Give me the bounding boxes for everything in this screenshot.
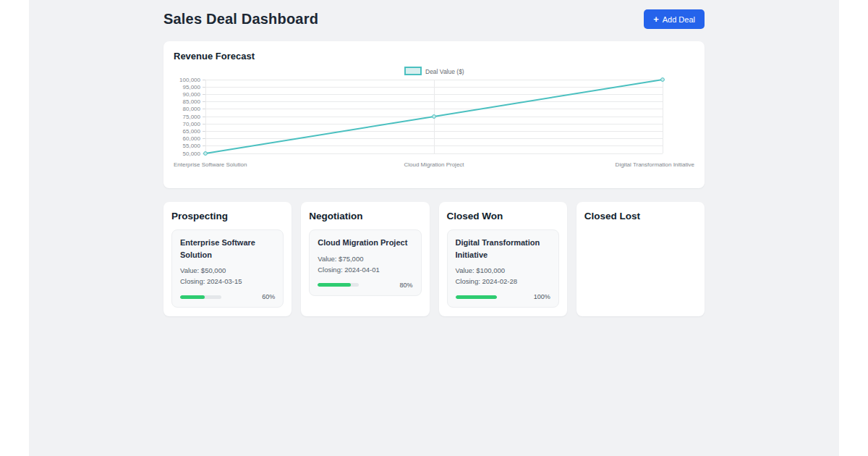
column-title: Closed Lost — [584, 211, 697, 221]
column-title: Closed Won — [447, 211, 559, 221]
deal-value: Value: $100,000 — [456, 265, 550, 276]
chart-y-axis-labels: 100,00095,00090,00085,00080,00075,00070,… — [179, 77, 200, 157]
progress-percent-label: 80% — [399, 282, 412, 289]
chart-x-axis-labels: Enterprise Software SolutionCloud Migrat… — [174, 161, 694, 168]
add-deal-label: Add Deal — [663, 15, 695, 24]
svg-text:60,000: 60,000 — [183, 135, 201, 142]
kanban-column-closed-lost: Closed Lost — [576, 202, 705, 316]
chart-legend: Deal Value ($) — [405, 67, 464, 75]
page-header: Sales Deal Dashboard + Add Deal — [163, 9, 705, 29]
progress-fill — [456, 295, 497, 299]
progress-percent-label: 100% — [534, 293, 550, 300]
line-chart-svg: Deal Value ($)100,00095,00090,00085,0008… — [174, 65, 694, 178]
progress-bar — [456, 295, 497, 299]
deal-closing-date: Closing: 2024-04-01 — [318, 264, 412, 275]
revenue-forecast-chart: Deal Value ($)100,00095,00090,00085,0008… — [174, 65, 694, 181]
svg-text:80,000: 80,000 — [183, 106, 201, 112]
deal-value: Value: $75,000 — [318, 253, 412, 264]
deal-value: Value: $50,000 — [180, 265, 275, 276]
app-background: Sales Deal Dashboard + Add Deal Revenue … — [29, 0, 839, 456]
svg-text:Digital Transformation Initiat: Digital Transformation Initiative — [616, 161, 694, 168]
kanban-column-negotiation: NegotiationCloud Migration ProjectValue:… — [301, 202, 429, 316]
svg-text:Cloud Migration Project: Cloud Migration Project — [404, 161, 464, 168]
deal-title: Digital Transformation Initiative — [456, 237, 550, 261]
svg-text:85,000: 85,000 — [183, 98, 201, 105]
deal-progress-row: 100% — [456, 293, 550, 300]
column-title: Negotiation — [309, 211, 421, 221]
kanban-column-prospecting: ProspectingEnterprise Software SolutionV… — [163, 202, 292, 316]
chart-legend-label: Deal Value ($) — [425, 68, 464, 75]
page-title: Sales Deal Dashboard — [163, 11, 318, 28]
progress-bar — [180, 295, 221, 299]
deal-closing-date: Closing: 2024-02-28 — [456, 276, 550, 287]
svg-text:65,000: 65,000 — [183, 128, 201, 135]
kanban-board: ProspectingEnterprise Software SolutionV… — [163, 202, 705, 316]
deal-title: Enterprise Software Solution — [180, 237, 275, 261]
kanban-column-closed-won: Closed WonDigital Transformation Initiat… — [439, 202, 567, 316]
deal-closing-date: Closing: 2024-03-15 — [180, 276, 275, 287]
column-title: Prospecting — [171, 211, 284, 221]
svg-text:Enterprise Software Solution: Enterprise Software Solution — [174, 161, 247, 168]
progress-fill — [318, 283, 351, 287]
svg-text:70,000: 70,000 — [183, 121, 201, 127]
deal-progress-row: 60% — [180, 293, 275, 300]
plus-icon: + — [653, 14, 659, 24]
svg-text:75,000: 75,000 — [183, 114, 201, 120]
svg-text:100,000: 100,000 — [179, 77, 200, 83]
deal-card[interactable]: Cloud Migration ProjectValue: $75,000Clo… — [309, 229, 421, 296]
revenue-forecast-title: Revenue Forecast — [174, 51, 694, 62]
svg-text:50,000: 50,000 — [183, 151, 201, 157]
deal-progress-row: 80% — [318, 282, 412, 289]
svg-text:90,000: 90,000 — [183, 91, 201, 98]
progress-percent-label: 60% — [262, 293, 275, 300]
deal-card[interactable]: Digital Transformation InitiativeValue: … — [447, 229, 559, 308]
svg-text:95,000: 95,000 — [183, 84, 201, 90]
main-container: Sales Deal Dashboard + Add Deal Revenue … — [163, 0, 705, 316]
progress-bar — [318, 283, 359, 287]
deal-card[interactable]: Enterprise Software SolutionValue: $50,0… — [171, 229, 284, 308]
add-deal-button[interactable]: + Add Deal — [644, 9, 705, 29]
svg-text:55,000: 55,000 — [183, 143, 201, 149]
progress-fill — [180, 295, 205, 299]
revenue-forecast-card: Revenue Forecast Deal Value ($)100,00095… — [163, 41, 705, 188]
deal-title: Cloud Migration Project — [318, 237, 412, 249]
